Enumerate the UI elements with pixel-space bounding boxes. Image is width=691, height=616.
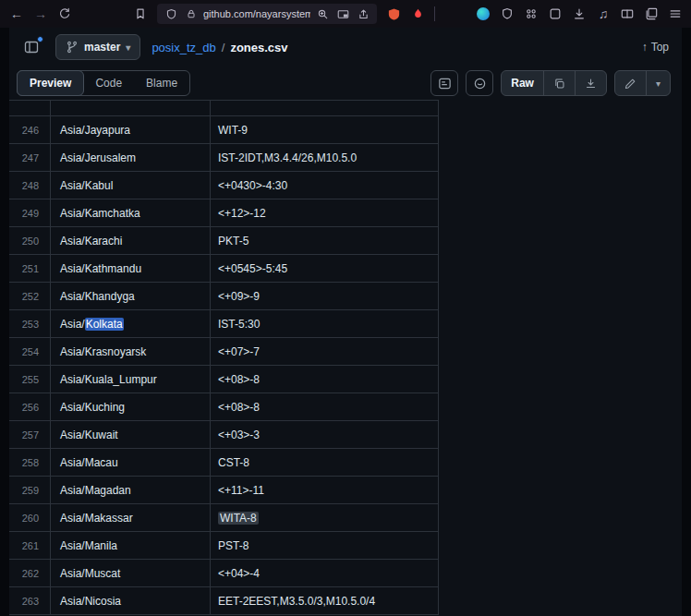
split-view-icon[interactable]	[617, 3, 637, 25]
back-button[interactable]: ←	[6, 3, 28, 25]
url-bar[interactable]: github.com/nayarsystem...	[157, 4, 377, 24]
share-icon[interactable]	[355, 6, 371, 22]
protection-shield-icon[interactable]	[497, 3, 517, 25]
table-row: 250 Asia/Karachi PKT-5	[9, 227, 438, 255]
posix-tz-cell: <+11>-11	[211, 477, 438, 503]
csv-table-body: 246 Asia/Jayapura WIT-9 247 Asia/Jerusal…	[9, 101, 438, 615]
github-page: master ▾ posix_tz_db / zones.csv ↑ Top P…	[9, 28, 682, 616]
find-match-highlight: Kolkata	[85, 318, 124, 331]
line-number: 246	[9, 116, 51, 143]
back-to-top-link[interactable]: ↑ Top	[642, 41, 669, 54]
table-row: 248 Asia/Kabul <+0430>-4:30	[9, 172, 438, 199]
tabs-icon[interactable]	[641, 3, 661, 25]
browser-toolbar: ← → github.com/nayarsystem...	[0, 0, 691, 28]
copilot-button[interactable]	[466, 70, 493, 96]
timezone-name-cell: Asia/Nicosia	[51, 587, 211, 614]
symbols-panel-button[interactable]	[430, 70, 458, 96]
line-number: 253	[9, 310, 51, 337]
branch-selector[interactable]: master ▾	[55, 34, 140, 60]
container-icon[interactable]	[545, 3, 565, 25]
screenshot-icon[interactable]	[334, 6, 351, 22]
breadcrumb-filename: zones.csv	[230, 41, 287, 54]
edit-options-caret[interactable]: ▾	[646, 71, 670, 95]
url-text[interactable]: github.com/nayarsystem...	[203, 8, 310, 19]
table-row: 254 Asia/Krasnoyarsk <+07>-7	[9, 338, 438, 366]
table-row: 255 Asia/Kuala_Lumpur <+08>-8	[9, 366, 438, 393]
edit-file-button[interactable]	[615, 71, 646, 95]
csv-preview-table: 246 Asia/Jayapura WIT-9 247 Asia/Jerusal…	[9, 100, 439, 615]
table-row: 252 Asia/Khandyga <+09>-9	[9, 283, 438, 310]
raw-button-group: Raw	[501, 70, 607, 96]
posix-tz-cell: <+0430>-4:30	[211, 172, 438, 199]
line-number: 257	[9, 421, 51, 448]
adblock-extension-icon[interactable]	[382, 3, 405, 25]
download-icon[interactable]	[569, 3, 589, 25]
file-header: master ▾ posix_tz_db / zones.csv ↑ Top	[9, 28, 682, 66]
raw-button[interactable]: Raw	[502, 71, 543, 95]
table-row: 256 Asia/Kuching <+08>-8	[9, 393, 438, 421]
timezone-name-cell: Asia/Kuwait	[51, 421, 211, 448]
line-number: 255	[9, 366, 51, 393]
line-number	[9, 101, 51, 115]
menu-icon[interactable]	[665, 3, 685, 25]
timezone-name-cell: Asia/Kathmandu	[51, 255, 211, 282]
line-number: 251	[9, 255, 51, 282]
posix-tz-cell: <+09>-9	[211, 283, 438, 309]
selection-highlight: WITA-8	[218, 512, 259, 525]
timezone-name-cell: Asia/Magadan	[51, 477, 211, 503]
table-row: 263 Asia/Nicosia EET-2EEST,M3.5.0/3,M10.…	[9, 587, 438, 615]
timezone-name-cell: Asia/Karachi	[51, 227, 211, 254]
timezone-name-cell: Asia/Muscat	[51, 560, 211, 586]
file-actions: Raw ▾	[430, 70, 671, 96]
tab-preview[interactable]: Preview	[17, 70, 84, 96]
bookmark-icon[interactable]	[129, 3, 152, 25]
posix-tz-cell: <+04>-4	[211, 560, 438, 586]
media-playing-icon[interactable]: ♫	[593, 3, 613, 25]
table-row: 246 Asia/Jayapura WIT-9	[9, 116, 438, 144]
tab-blame[interactable]: Blame	[134, 70, 189, 96]
posix-tz-cell: IST-2IDT,M3.4.4/26,M10.5.0	[211, 144, 438, 171]
table-row: 251 Asia/Kathmandu <+0545>-5:45	[9, 255, 438, 283]
line-number: 258	[9, 449, 51, 476]
posix-tz-cell: <+12>-12	[211, 199, 438, 226]
table-row	[9, 101, 438, 116]
timezone-name-cell: Asia/Makassar	[51, 504, 211, 531]
file-tree-toggle[interactable]	[18, 34, 44, 60]
table-row: 262 Asia/Muscat <+04>-4	[9, 560, 438, 587]
timezone-name-cell: Asia/Kuching	[51, 393, 211, 420]
copy-raw-button[interactable]	[543, 71, 575, 95]
posix-tz-cell: <+08>-8	[211, 393, 438, 420]
download-raw-button[interactable]	[575, 71, 606, 95]
flame-extension-icon[interactable]	[406, 3, 429, 25]
timezone-name-cell: Asia/Kamchatka	[51, 199, 211, 226]
timezone-name-cell: Asia/Jayapura	[51, 116, 211, 143]
view-mode-tabs: Preview Code Blame	[17, 70, 190, 96]
posix-tz-cell: <+0545>-5:45	[211, 255, 438, 282]
breadcrumb-repo-link[interactable]: posix_tz_db	[152, 41, 215, 54]
timezone-name-cell: Asia/Macau	[51, 449, 211, 476]
timezone-name-cell: Asia/Manila	[51, 532, 211, 559]
table-row: 253 Asia/Kolkata IST-5:30	[9, 310, 438, 338]
zoom-icon[interactable]	[314, 6, 331, 22]
account-icon[interactable]	[473, 3, 493, 25]
reload-button[interactable]	[54, 3, 76, 25]
line-number: 261	[9, 532, 51, 559]
tab-code[interactable]: Code	[83, 70, 134, 96]
extensions-icon[interactable]	[521, 3, 541, 25]
chevron-down-icon: ▾	[126, 42, 130, 53]
edit-button-group: ▾	[614, 70, 671, 96]
tracking-shield-icon[interactable]	[163, 6, 179, 22]
posix-tz-cell: IST-5:30	[211, 310, 438, 337]
table-row: 261 Asia/Manila PST-8	[9, 532, 438, 560]
line-number: 254	[9, 338, 51, 365]
posix-tz-cell: <+03>-3	[211, 421, 438, 448]
forward-button[interactable]: →	[30, 3, 52, 25]
table-row: 257 Asia/Kuwait <+03>-3	[9, 421, 438, 449]
line-number: 256	[9, 393, 51, 420]
lock-icon[interactable]	[183, 6, 200, 22]
line-number: 250	[9, 227, 51, 254]
line-number: 259	[9, 477, 51, 503]
table-row: 258 Asia/Macau CST-8	[9, 449, 438, 477]
posix-tz-cell: PKT-5	[211, 227, 438, 254]
posix-tz-cell: <+08>-8	[211, 366, 438, 393]
